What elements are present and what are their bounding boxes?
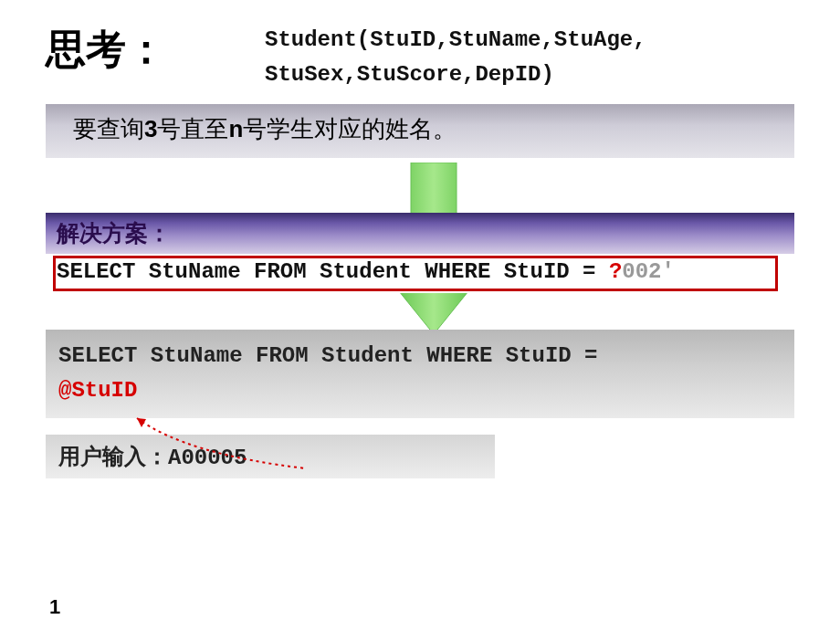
slide-title: 思考： — [46, 23, 228, 77]
question-text-2: 号直至 — [157, 115, 228, 142]
question-bar: 要查询3号直至n号学生对应的姓名。 — [46, 104, 794, 158]
sql2-line1: SELECT StuName FROM Student WHERE StuID … — [58, 343, 598, 368]
pointer-arrow-icon — [132, 414, 315, 478]
sql2-parameter: @StuID — [58, 378, 137, 403]
header-row: 思考： Student(StuID,StuName,StuAge, StuSex… — [46, 23, 794, 93]
question-number-3: 3 — [144, 115, 157, 142]
sql-query-1: SELECT StuName FROM Student WHERE StuID … — [46, 254, 794, 293]
question-text-1: 要查询 — [73, 115, 144, 142]
sql1-tail: 002' — [622, 259, 675, 284]
solution-label: 解决方案： — [46, 213, 794, 254]
sql1-placeholder: ? — [609, 259, 622, 284]
sql-query-2-block: SELECT StuName FROM Student WHERE StuID … — [46, 330, 794, 418]
question-var-n: n — [228, 115, 243, 142]
sql1-text: SELECT StuName FROM Student WHERE StuID … — [57, 259, 609, 284]
solution-section: 解决方案： SELECT StuName FROM Student WHERE … — [46, 213, 794, 293]
page-number: 1 — [49, 595, 60, 619]
schema-line-2: StuSex,StuScore,DepID) — [265, 62, 554, 87]
schema-definition: Student(StuID,StuName,StuAge, StuSex,Stu… — [265, 23, 646, 93]
schema-line-1: Student(StuID,StuName,StuAge, — [265, 27, 646, 52]
question-text-3: 号学生对应的姓名。 — [243, 115, 457, 142]
